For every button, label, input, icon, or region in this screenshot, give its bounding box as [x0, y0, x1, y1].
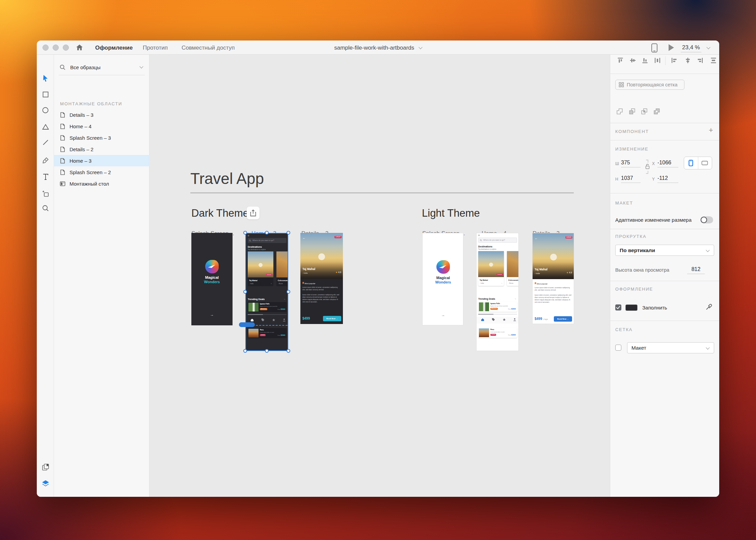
- artboard-page-icon: [60, 146, 65, 152]
- dark-theme-heading[interactable]: Dark Theme: [191, 207, 249, 219]
- fill-color-swatch[interactable]: [625, 304, 638, 311]
- polygon-tool[interactable]: [37, 121, 54, 133]
- assets-icon[interactable]: [37, 461, 54, 473]
- grid-checkbox[interactable]: [615, 345, 621, 351]
- brand-line2: Wonders: [191, 280, 233, 284]
- artboard-light-details[interactable]: ← Leisure Taj Mahal ◦ India ★ 4.9 Most p…: [532, 233, 574, 324]
- next-arrow-icon: →: [191, 313, 233, 317]
- align-right-icon[interactable]: [697, 57, 703, 64]
- share-artboard-button[interactable]: [247, 207, 260, 219]
- light-theme-heading[interactable]: Light Theme: [422, 207, 480, 219]
- deal-title: Peru: [260, 329, 264, 331]
- destinations-subtitle: Top destinations to explore: [248, 249, 266, 250]
- eyedropper-icon[interactable]: [705, 303, 713, 310]
- card-title: Colosseum: [508, 279, 518, 281]
- layer-item-pasteboard[interactable]: Монтажный стол: [54, 178, 150, 189]
- selection-handle[interactable]: [243, 231, 247, 235]
- scroll-direction-dropdown[interactable]: По вертикали: [615, 245, 714, 256]
- deal-price: From $399: [277, 308, 285, 310]
- orientation-toggle-group: [684, 157, 712, 169]
- brand-line1: Magical: [423, 276, 463, 280]
- distribute-horizontal-icon[interactable]: [710, 57, 717, 64]
- deal-subtitle: Explore the top 10 best waterfalls: [260, 306, 277, 307]
- artboard-tool[interactable]: [37, 188, 54, 199]
- add-component-button[interactable]: +: [709, 126, 713, 135]
- layer-item-splash-3[interactable]: Splash Screen – 3: [54, 132, 150, 143]
- divider: [610, 193, 719, 193]
- fill-checkbox[interactable]: [615, 304, 621, 310]
- viewport-height-field[interactable]: 812: [687, 266, 705, 274]
- design-canvas[interactable]: Travel App Dark Theme Splash Screen… Hom…: [150, 55, 610, 497]
- layer-item-details-3[interactable]: Details – 3: [54, 109, 150, 120]
- responsive-resize-toggle[interactable]: [700, 216, 713, 223]
- artboard-dark-splash[interactable]: Magical Wonders →: [191, 233, 233, 325]
- details-title: Taj Mahal: [535, 268, 547, 271]
- book-now-button: Book Now →: [323, 316, 341, 321]
- y-field[interactable]: -112: [657, 175, 678, 183]
- width-field[interactable]: 375: [621, 160, 641, 167]
- document-title[interactable]: sample-file-work-with-artboards: [334, 45, 414, 51]
- artboard-dark-home-selected[interactable]: ≡ Where do you want to go? Destinations …: [245, 233, 288, 351]
- line-tool[interactable]: [37, 137, 54, 148]
- select-tool[interactable]: [37, 73, 54, 84]
- distribute-vertical-icon[interactable]: [654, 57, 661, 64]
- asset-filter[interactable]: Все образцы: [54, 60, 150, 74]
- align-left-icon[interactable]: [671, 57, 678, 64]
- artboard-page-icon: [60, 169, 65, 175]
- align-middle-icon[interactable]: [629, 57, 636, 64]
- artboard-light-home[interactable]: ≡ Where do you want to go? Destinations …: [476, 233, 519, 351]
- filter-label[interactable]: Все образцы: [70, 64, 101, 70]
- ellipse-tool[interactable]: [37, 104, 54, 116]
- artboard-dark-details[interactable]: ← Leisure Taj Mahal ◦ India ★ 4.9 Most p…: [300, 233, 343, 324]
- trending-title: Trending Deals: [248, 298, 265, 301]
- boolean-intersect-icon[interactable]: [641, 108, 648, 115]
- selection-handle[interactable]: [287, 231, 290, 235]
- text-tool[interactable]: [37, 171, 54, 183]
- viewport-height-handle[interactable]: [239, 322, 255, 327]
- grid-type-dropdown[interactable]: Макет: [627, 342, 714, 353]
- repeat-grid-button[interactable]: Повторяющаяся сетка: [615, 80, 684, 90]
- layer-item-splash-2[interactable]: Splash Screen – 2: [54, 166, 150, 178]
- device-preview-icon[interactable]: [651, 43, 658, 54]
- align-bottom-icon[interactable]: [642, 57, 648, 64]
- canvas-page-title[interactable]: Travel App: [190, 169, 264, 188]
- selection-handle[interactable]: [287, 349, 290, 353]
- most-popular: Most popular: [535, 282, 547, 285]
- boolean-subtract-icon[interactable]: [629, 108, 636, 115]
- document-title-group[interactable]: sample-file-work-with-artboards: [37, 45, 719, 51]
- portrait-orientation-button[interactable]: [684, 157, 698, 169]
- height-field[interactable]: 1037: [621, 175, 641, 183]
- filter-chevron-icon[interactable]: [139, 64, 143, 68]
- landscape-orientation-button[interactable]: [698, 157, 712, 169]
- selection-handle[interactable]: [265, 349, 269, 353]
- home-nav-icon: [250, 318, 254, 322]
- profile-nav-icon: [513, 318, 516, 321]
- leisure-badge: Leisure: [266, 274, 272, 276]
- align-center-icon[interactable]: [684, 57, 691, 64]
- selection-handle[interactable]: [287, 290, 290, 294]
- zoom-level-field[interactable]: 23,4 %: [681, 44, 701, 52]
- layers-icon[interactable]: [37, 478, 54, 489]
- boolean-exclude-icon[interactable]: [653, 108, 660, 115]
- selection-handle[interactable]: [243, 290, 247, 294]
- plugins-icon[interactable]: [37, 495, 54, 497]
- selection-handle[interactable]: [243, 349, 247, 353]
- pen-tool[interactable]: [37, 155, 54, 166]
- zoom-tool[interactable]: [37, 202, 54, 214]
- artboard-light-splash[interactable]: Magical Wonders →: [422, 233, 463, 325]
- boolean-union-icon[interactable]: [616, 108, 623, 115]
- document-title-chevron-icon[interactable]: [418, 45, 422, 49]
- artboard-page-icon: [60, 158, 65, 164]
- divider: [610, 281, 719, 281]
- deal-price: From $399: [508, 308, 516, 310]
- lock-ratio-icon[interactable]: [645, 159, 651, 175]
- layer-item-home-4[interactable]: Home – 4: [54, 120, 150, 132]
- rectangle-tool[interactable]: [37, 89, 54, 100]
- selection-handle[interactable]: [265, 231, 269, 235]
- play-preview-icon[interactable]: [669, 44, 674, 51]
- layer-item-home-3-selected[interactable]: Home – 3: [54, 155, 150, 166]
- x-field[interactable]: -1066: [657, 160, 678, 167]
- align-top-icon[interactable]: [617, 57, 624, 64]
- search-icon: [60, 64, 65, 70]
- layer-item-details-2[interactable]: Details – 2: [54, 143, 150, 155]
